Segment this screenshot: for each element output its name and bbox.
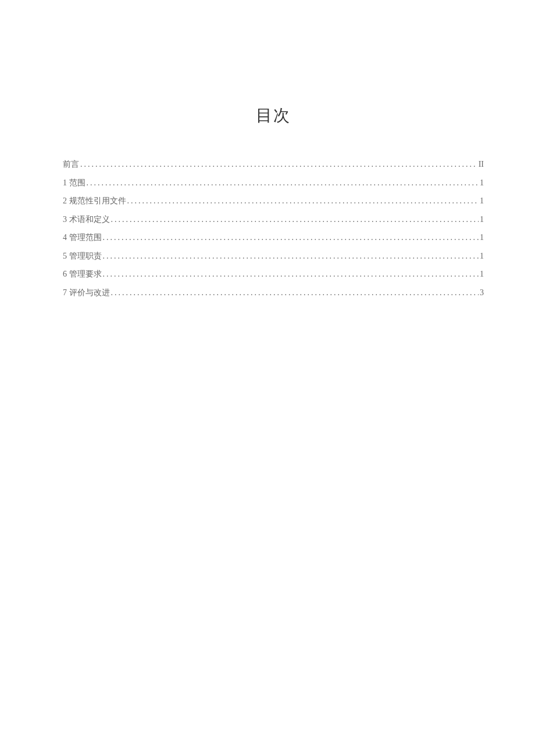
toc-label: 7 评价与改进	[63, 289, 110, 297]
toc-page-number: 1	[480, 197, 484, 205]
toc-label: 1 范围	[63, 179, 85, 187]
toc-label: 6 管理要求	[63, 270, 102, 278]
toc-label: 前言	[63, 160, 79, 169]
toc-page-number: 1	[480, 270, 484, 278]
toc-entry: 3 术语和定义 1	[63, 216, 484, 224]
toc-page-number: 1	[480, 179, 484, 187]
toc-label: 4 管理范围	[63, 234, 102, 242]
toc-dots	[127, 197, 479, 205]
toc-page-number: 1	[480, 234, 484, 242]
toc-page-number: 1	[480, 216, 484, 224]
toc-dots	[103, 252, 479, 260]
toc-entry: 6 管理要求 1	[63, 270, 484, 278]
toc-label: 2 规范性引用文件	[63, 197, 126, 205]
toc-page-number: II	[479, 160, 484, 169]
toc-dots	[103, 270, 479, 278]
toc-dots	[87, 179, 479, 187]
toc-entry: 4 管理范围 1	[63, 234, 484, 242]
toc-dots	[111, 216, 479, 224]
toc-entry: 7 评价与改进 3	[63, 289, 484, 297]
document-page: 目次 前言 II 1 范围 1 2 规范性引用文件 1 3 术语和定义 1 4 …	[0, 0, 535, 297]
toc-entry: 前言 II	[63, 160, 484, 169]
toc-label: 3 术语和定义	[63, 216, 110, 224]
toc-page-number: 1	[480, 252, 484, 260]
toc-title: 目次	[63, 105, 484, 127]
toc-dots	[111, 289, 479, 297]
toc-entry: 5 管理职责 1	[63, 252, 484, 260]
toc-label: 5 管理职责	[63, 252, 102, 260]
toc-entry: 2 规范性引用文件 1	[63, 197, 484, 205]
toc-dots	[80, 160, 477, 169]
toc-dots	[103, 234, 479, 242]
toc-page-number: 3	[480, 289, 484, 297]
table-of-contents: 前言 II 1 范围 1 2 规范性引用文件 1 3 术语和定义 1 4 管理范…	[63, 160, 484, 297]
toc-entry: 1 范围 1	[63, 179, 484, 187]
